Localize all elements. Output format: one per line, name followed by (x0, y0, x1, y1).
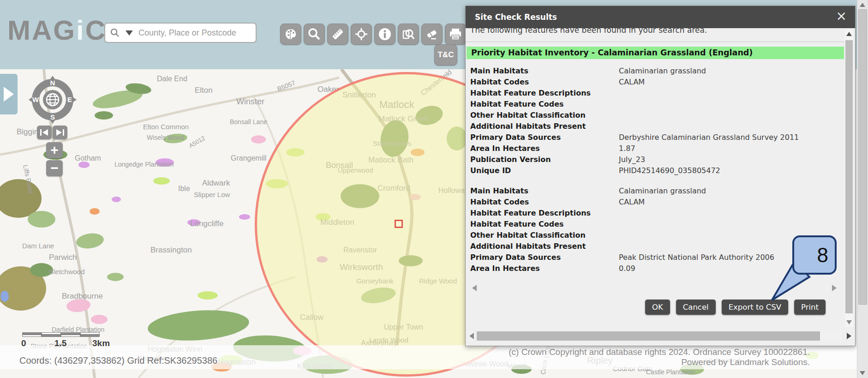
logo-text: MAG (7, 15, 76, 46)
field-row: Additional Habitats Present (470, 241, 844, 252)
field-value: Peak District National Park Authority 20… (619, 252, 774, 263)
field-row: Area In Hectares1.87 (470, 143, 844, 154)
field-row: Unique IDPHID42514690_035805472 (470, 165, 844, 176)
field-row: Habitat Feature Descriptions (470, 88, 844, 99)
field-value: 1.87 (619, 143, 635, 154)
copyright-line1: (c) Crown Copyright and database rights … (509, 347, 810, 357)
close-icon[interactable]: × (836, 10, 847, 23)
locate-button[interactable] (351, 24, 372, 45)
search-type-dropdown-icon[interactable] (126, 30, 133, 36)
field-label: Habitat Codes (470, 77, 619, 88)
info-button[interactable] (374, 24, 395, 45)
field-label: Other Habitat Classification (470, 230, 619, 241)
field-row: Habitat CodesCALAM (470, 77, 844, 88)
field-value: 0.09 (619, 263, 635, 274)
horizontal-scroll-thumb[interactable] (477, 331, 820, 341)
identify-features-button[interactable] (398, 24, 419, 45)
results-scroll-left-icon[interactable] (472, 285, 477, 291)
scroll-down-icon[interactable] (846, 320, 852, 324)
eraser-icon (425, 27, 439, 41)
field-label: Publication Version (470, 154, 619, 165)
field-value: Calaminarian grassland (619, 186, 706, 197)
dialog-title: Site Check Results (475, 12, 557, 22)
palette-icon (284, 27, 298, 41)
dialog-vertical-scrollbar[interactable] (845, 29, 853, 327)
dialog-horizontal-scrollbar[interactable] (467, 331, 842, 341)
page-scroll-thumb[interactable] (858, 9, 867, 305)
print-map-button[interactable] (445, 24, 466, 45)
scroll-right-icon[interactable] (847, 333, 851, 339)
field-label: Main Habitats (470, 186, 619, 197)
compass-west-label: W (32, 96, 39, 103)
field-row: Habitat CodesCALAM (470, 197, 844, 208)
annotation-number: 8 (817, 244, 828, 267)
scale-bar: 0 1.5 3km (22, 332, 119, 348)
vertical-scroll-thumb[interactable] (845, 40, 853, 313)
magic-logo: MAGiC (7, 17, 107, 44)
field-label: Primary Data Sources (470, 252, 619, 263)
search-icon (110, 28, 120, 38)
field-label: Habitat Feature Codes (470, 219, 619, 230)
search-input[interactable] (138, 28, 251, 38)
compass-south-label: S (50, 113, 55, 121)
field-label: Additional Habitats Present (470, 121, 619, 132)
coordinates-readout: Coords: (436297,353862) Grid Ref:SK36295… (19, 355, 217, 366)
target-icon (354, 27, 368, 41)
logo-text-i: i (76, 15, 85, 46)
field-row: Other Habitat Classification (470, 230, 844, 241)
compass-east-label: E (67, 96, 72, 103)
previous-extent-button[interactable] (37, 126, 52, 139)
cancel-button[interactable]: Cancel (676, 300, 716, 315)
field-row: Habitat Feature Descriptions (470, 208, 844, 219)
field-row: Main HabitatsCalaminarian grassland (470, 66, 844, 77)
results-content[interactable]: The following features have been found i… (466, 28, 844, 283)
compass-control[interactable]: N S W E (28, 76, 78, 124)
field-label: Habitat Codes (470, 197, 619, 208)
ruler-icon (331, 27, 345, 41)
zoom-in-button[interactable]: + (46, 142, 63, 158)
scale-label-end: 3km (92, 338, 110, 348)
next-extent-button[interactable] (53, 126, 67, 139)
ok-button[interactable]: OK (645, 300, 670, 315)
page-scroll-up-icon[interactable] (860, 3, 865, 7)
compass-north-label: N (50, 79, 55, 87)
field-row: Publication VersionJuly_23 (470, 154, 844, 165)
dialog-titlebar[interactable]: Site Check Results × (466, 6, 855, 28)
scroll-up-icon[interactable] (846, 32, 852, 36)
record: Main HabitatsCalaminarian grasslandHabit… (470, 66, 844, 176)
field-label: Habitat Feature Codes (470, 99, 619, 110)
terms-and-conditions-button[interactable]: T&C (434, 44, 457, 66)
results-scroll-right-icon[interactable] (832, 285, 837, 291)
info-icon (378, 27, 392, 41)
page-scroll-down-icon[interactable] (860, 371, 865, 375)
field-row: Habitat Feature Codes (470, 219, 844, 230)
scroll-left-icon[interactable] (469, 333, 474, 339)
layer-section-heading: Priority Habitat Inventory - Calaminaria… (467, 47, 844, 59)
field-label: Other Habitat Classification (470, 110, 619, 121)
map-style-palette-button[interactable] (280, 24, 301, 45)
document-magnifier-icon (401, 27, 415, 41)
measure-button[interactable] (327, 24, 348, 45)
expand-arrow-icon (4, 87, 14, 102)
logo-text-c: C (85, 15, 107, 46)
zoom-out-button[interactable]: − (46, 160, 63, 176)
field-value: Derbyshire Calaminarian Grassland Survey… (619, 132, 799, 143)
scale-label-start: 0 (21, 338, 26, 348)
field-label: Habitat Feature Descriptions (470, 88, 619, 99)
field-row: Primary Data SourcesDerbyshire Calaminar… (470, 132, 844, 143)
search-center-marker (395, 220, 403, 228)
annotation-callout-8: 8 (792, 235, 837, 275)
scale-label-mid: 1.5 (54, 338, 66, 348)
location-search-box[interactable] (104, 23, 257, 43)
page-scrollbar[interactable] (857, 0, 868, 378)
erase-button[interactable] (421, 24, 443, 45)
previous-extent-icon (40, 129, 49, 136)
field-row: Habitat Feature Codes (470, 99, 844, 110)
divider (466, 42, 844, 42)
zoom-search-button[interactable] (304, 24, 325, 45)
field-label: Additional Habitats Present (470, 241, 619, 252)
copyright-text: (c) Crown Copyright and database rights … (509, 347, 810, 367)
sidebar-expand-tab[interactable] (0, 74, 18, 114)
field-value: CALAM (619, 197, 645, 208)
results-intro-text: The following features have been found i… (470, 28, 844, 35)
